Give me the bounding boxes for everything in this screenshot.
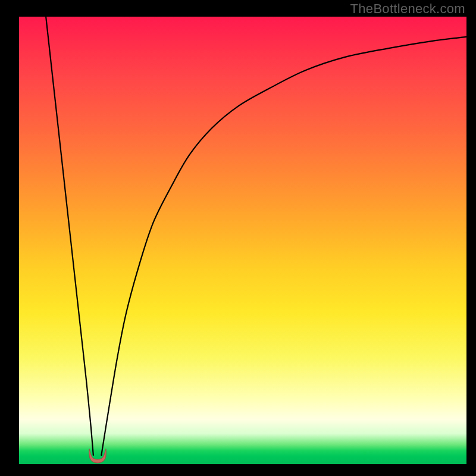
curve-right-branch: [101, 37, 466, 455]
minimum-marker: [87, 447, 108, 464]
bottleneck-curve: [19, 17, 466, 464]
curve-left-branch: [46, 17, 93, 455]
watermark-text: TheBottleneck.com: [350, 1, 465, 17]
chart-frame: TheBottleneck.com: [0, 0, 476, 476]
plot-area: [19, 17, 466, 464]
minimum-marker-icon: [89, 449, 106, 463]
